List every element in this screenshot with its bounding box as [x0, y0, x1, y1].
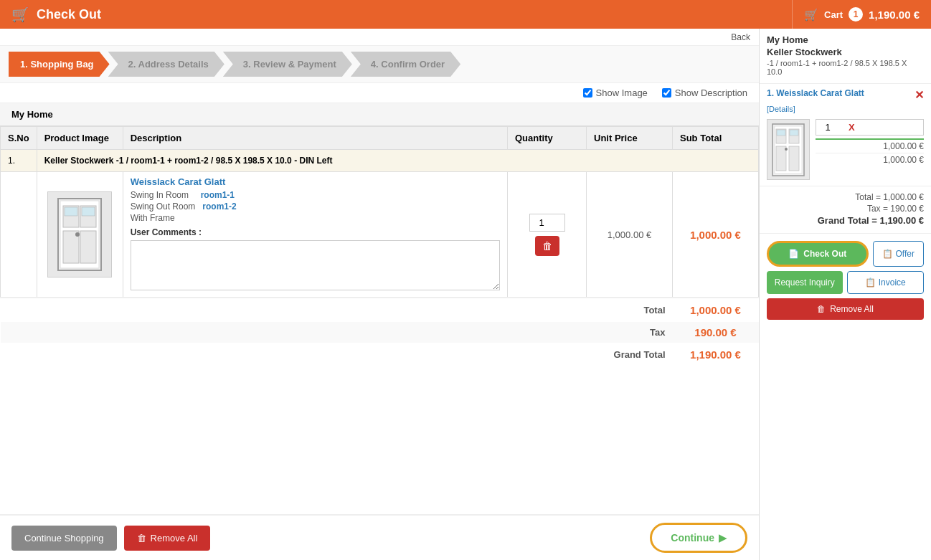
sidebar-remove-all-label: Remove All: [830, 304, 874, 314]
svg-rect-7: [65, 207, 77, 216]
col-sub-total: Sub Total: [673, 127, 759, 150]
sidebar-details-link[interactable]: [Details]: [760, 105, 931, 116]
sidebar-price-line: 1,000.00 €: [816, 138, 924, 151]
remove-all-button[interactable]: 🗑 Remove All: [124, 526, 211, 551]
product-row-sno: [1, 172, 37, 298]
delete-item-button[interactable]: 🗑: [535, 236, 559, 256]
sidebar-offer-label: Offer: [896, 249, 915, 259]
product-description-cell: Weisslack Carat Glatt Swing In Room room…: [123, 172, 507, 298]
user-comments-label: User Comments :: [131, 227, 500, 237]
sidebar-config: -1 / room1-1 + room1-2 / 98.5 X 198.5 X …: [767, 59, 924, 76]
sidebar-total-label: Total = 1,000.00 €: [855, 192, 924, 202]
show-description-checkbox[interactable]: [662, 88, 671, 98]
tax-label: Tax: [587, 322, 673, 343]
sub-total-cell: 1,000.00 €: [673, 172, 759, 298]
sidebar-my-home: My Home: [767, 34, 924, 45]
door-svg: [55, 195, 105, 274]
product-thumbnail: [47, 191, 112, 277]
sidebar-checkout-label: Check Out: [803, 249, 846, 259]
svg-point-6: [75, 232, 80, 237]
sidebar-item-link[interactable]: 1. Weisslack Carat Glatt: [767, 88, 864, 98]
user-comments-input[interactable]: [131, 240, 500, 290]
item-header-row: 1. Keller Stockwerk -1 / room1-1 + room1…: [1, 150, 759, 172]
cart-icon-sidebar: 🛒: [804, 8, 818, 22]
unit-price-value: 1,000.00 €: [608, 229, 651, 240]
sidebar-tax-label: Tax = 190.00 €: [867, 204, 924, 214]
total-label: Total: [587, 298, 673, 322]
sidebar-checkout-button[interactable]: 📄 Check Out: [767, 241, 869, 267]
svg-rect-16: [777, 130, 785, 136]
swing-out-value: room1-2: [202, 201, 236, 212]
cart-count-badge: 1: [849, 7, 863, 22]
quantity-cell: 🗑: [508, 172, 587, 298]
product-row: Weisslack Carat Glatt Swing In Room room…: [1, 172, 759, 298]
swing-out-detail: Swing Out Room room1-2: [131, 201, 500, 212]
page-title: Check Out: [37, 7, 101, 22]
sidebar-offer-button[interactable]: 📋 Offer: [873, 241, 924, 267]
tax-value: 190.00 €: [673, 322, 759, 343]
step-4-label: 4. Confirm Order: [371, 59, 445, 70]
group-header: My Home: [0, 103, 759, 126]
sidebar-subtotal-line: 1,000.00 €: [816, 153, 924, 165]
sidebar-invoice-icon: 📋: [865, 277, 876, 288]
sidebar-close-icon[interactable]: ✕: [915, 88, 924, 102]
tax-row: Tax 190.00 €: [1, 322, 759, 343]
item-header-desc: Keller Stockwerk -1 / room1-1 + room1-2 …: [37, 150, 758, 172]
sidebar-thumbnail: [767, 119, 810, 180]
continue-shopping-button[interactable]: Continue Shopping: [11, 526, 117, 551]
step-3[interactable]: 3. Review & Payment: [223, 52, 352, 77]
show-description-label: Show Description: [675, 87, 747, 98]
cart-label: Cart: [824, 9, 843, 20]
sidebar-qty-input[interactable]: [821, 122, 846, 133]
sidebar-invoice-label: Invoice: [879, 277, 906, 288]
continue-label: Continue: [671, 532, 714, 544]
controls-bar: Show Image Show Description: [0, 83, 759, 103]
step-2-label: 2. Address Details: [128, 59, 209, 70]
cart-total: 1,190.00 €: [869, 9, 920, 21]
sidebar-brand: Keller Stockwerk: [767, 47, 924, 57]
with-frame-detail: With Frame: [131, 213, 500, 223]
svg-rect-14: [789, 146, 799, 171]
show-image-label: Show Image: [596, 87, 648, 98]
sidebar-inquiry-button[interactable]: Request Inquiry: [767, 271, 843, 294]
step-1[interactable]: 1. Shopping Bag: [9, 52, 110, 77]
col-unit-price: Unit Price: [587, 127, 673, 150]
grand-total-label: Grand Total: [587, 343, 673, 366]
show-image-checkbox[interactable]: [583, 88, 592, 98]
total-value: 1,000.00 €: [673, 298, 759, 322]
cart-table: S.No Product Image Description Quantity: [0, 126, 759, 366]
sidebar-x-label: X: [849, 122, 855, 133]
sidebar-offer-icon: 📋: [882, 249, 893, 259]
step-4[interactable]: 4. Confirm Order: [351, 52, 460, 77]
sidebar-remove-all-button[interactable]: 🗑 Remove All: [767, 298, 924, 320]
checkout-icon: 🛒: [11, 6, 29, 23]
swing-in-detail: Swing In Room room1-1: [131, 190, 500, 200]
grand-total-row: Grand Total 1,190.00 €: [1, 343, 759, 366]
total-row: Total 1,000.00 €: [1, 298, 759, 322]
quantity-input[interactable]: [529, 214, 565, 232]
show-image-toggle[interactable]: Show Image: [583, 87, 648, 98]
sidebar-door-svg: [770, 122, 806, 178]
item-number: 1.: [1, 150, 37, 172]
right-sidebar: My Home Keller Stockwerk -1 / room1-1 + …: [759, 29, 931, 560]
product-image-cell: [37, 172, 123, 298]
sub-total-value: 1,000.00 €: [690, 229, 741, 241]
footer-bar: Continue Shopping 🗑 Remove All Continue …: [0, 514, 759, 560]
remove-all-icon: 🗑: [137, 533, 146, 544]
svg-rect-5: [80, 231, 96, 263]
show-description-toggle[interactable]: Show Description: [662, 87, 747, 98]
col-product-image: Product Image: [37, 127, 123, 150]
sidebar-invoice-button[interactable]: 📋 Invoice: [847, 271, 925, 294]
col-sno: S.No: [1, 127, 37, 150]
product-name-link[interactable]: Weisslack Carat Glatt: [131, 176, 226, 187]
group-label: My Home: [11, 109, 53, 120]
unit-price-cell: 1,000.00 €: [587, 172, 673, 298]
svg-rect-8: [82, 207, 95, 216]
back-bar: Back: [0, 29, 759, 46]
step-2[interactable]: 2. Address Details: [108, 52, 225, 77]
svg-point-15: [785, 148, 788, 151]
continue-button[interactable]: Continue ▶: [650, 523, 747, 553]
steps-bar: 1. Shopping Bag 2. Address Details 3. Re…: [0, 46, 759, 83]
svg-rect-13: [776, 146, 786, 171]
back-link[interactable]: Back: [731, 32, 750, 42]
